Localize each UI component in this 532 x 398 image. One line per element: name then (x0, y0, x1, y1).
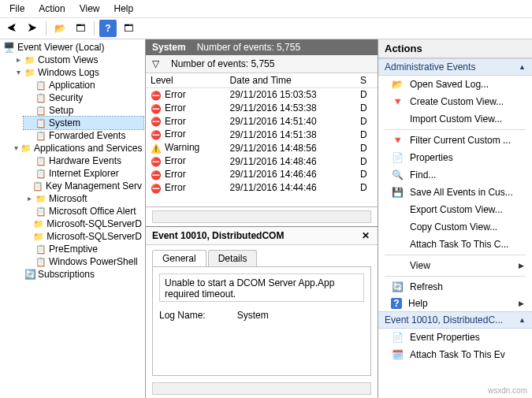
help-icon[interactable]: ? (99, 20, 117, 37)
action-help[interactable]: ?Help▶ (378, 296, 532, 311)
tab-details[interactable]: Details (208, 250, 258, 266)
action-properties[interactable]: 📄Properties (378, 149, 532, 166)
menu-bar: File Action View Help (0, 0, 532, 18)
table-row[interactable]: Warning29/11/2016 14:48:56D (146, 141, 378, 154)
actions-section-event[interactable]: Event 10010, DistributedC...▲ (378, 311, 532, 329)
col-datetime[interactable]: Date and Time (225, 73, 355, 88)
error-icon (151, 169, 162, 180)
detail-tabs: General Details (146, 245, 378, 266)
separator (385, 129, 526, 130)
table-row[interactable]: Error29/11/2016 14:48:46D (146, 154, 378, 168)
collapse-icon[interactable]: ▾ (14, 66, 22, 79)
table-row[interactable]: Error29/11/2016 14:46:46D (146, 168, 378, 181)
error-icon (151, 116, 162, 127)
log-icon (35, 80, 47, 91)
action-event-properties[interactable]: 📄Event Properties (378, 329, 532, 346)
logname-label: Log Name: (159, 310, 206, 321)
table-row[interactable]: Error29/11/2016 14:53:38D (146, 102, 378, 115)
tree-subscriptions[interactable]: 🔄Subscriptions (13, 268, 143, 281)
back-button[interactable]: ⮜ (3, 20, 20, 37)
tree-item-mssql2[interactable]: Microsoft-SQLServerD (24, 230, 143, 243)
collapse-icon[interactable]: ▲ (519, 63, 526, 71)
tree-root[interactable]: 🖥️ Event Viewer (Local) (2, 41, 143, 54)
menu-view[interactable]: View (80, 3, 100, 14)
funnel-icon: 🔻 (391, 134, 404, 147)
actions-title: Actions (378, 39, 532, 58)
tree-log-setup[interactable]: Setup (24, 104, 143, 117)
menu-file[interactable]: File (9, 3, 24, 14)
tree-item-msoffice[interactable]: Microsoft Office Alert (24, 205, 143, 218)
action-import-custom-view[interactable]: Import Custom View... (378, 110, 532, 128)
expand-icon[interactable]: ▸ (25, 192, 33, 205)
action-create-custom-view[interactable]: 🔻Create Custom View... (378, 93, 532, 110)
action-attach-task-event[interactable]: 🗓️Attach Task To This Ev (378, 346, 532, 363)
tree-item-powershell[interactable]: Windows PowerShell (24, 255, 143, 268)
col-level[interactable]: Level (146, 73, 225, 88)
log-icon (35, 206, 47, 217)
tree-item-ie[interactable]: Internet Explorer (24, 167, 143, 180)
action-save-all[interactable]: 💾Save All Events in Cus... (378, 184, 532, 201)
error-icon (151, 103, 162, 114)
collapse-icon[interactable]: ▲ (519, 316, 526, 324)
save-icon: 💾 (391, 186, 404, 199)
table-row[interactable]: Error29/11/2016 14:51:40D (146, 115, 378, 128)
tree-item-mssql1[interactable]: Microsoft-SQLServerD (24, 218, 143, 230)
tree-item-kms[interactable]: Key Management Serv (24, 180, 143, 192)
actions-section-admin-events[interactable]: Administrative Events▲ (378, 58, 532, 76)
event-list-scrollbar[interactable] (152, 210, 371, 223)
action-refresh[interactable]: 🔄Refresh (378, 278, 532, 296)
table-row[interactable]: Error29/11/2016 14:44:46D (146, 181, 378, 195)
blank-icon (391, 238, 404, 251)
table-row[interactable]: Error29/11/2016 14:51:38D (146, 128, 378, 141)
collapse-icon[interactable]: ▾ (14, 142, 18, 154)
tree-log-system[interactable]: System (24, 117, 143, 129)
expand-icon[interactable]: ▸ (14, 54, 22, 66)
tree-log-forwarded[interactable]: Forwarded Events (24, 129, 143, 142)
event-detail-pane: Event 10010, DistributedCOM ✕ General De… (146, 226, 378, 398)
forward-button[interactable]: ⮞ (24, 20, 41, 37)
tree-item-microsoft[interactable]: ▸Microsoft (24, 192, 143, 205)
log-title: System (152, 42, 186, 53)
tree-custom-views[interactable]: ▸Custom Views (13, 54, 143, 66)
folder-icon (33, 218, 44, 229)
funnel-icon: 🔻 (391, 95, 404, 108)
menu-help[interactable]: Help (114, 3, 134, 14)
col-source[interactable]: S (355, 73, 378, 88)
tree-windows-logs[interactable]: ▾Windows Logs (13, 66, 143, 79)
action-filter-current[interactable]: 🔻Filter Current Custom ... (378, 132, 532, 149)
folder-icon (35, 193, 47, 204)
action-export[interactable]: Export Custom View... (378, 201, 532, 218)
action-attach-task[interactable]: Attach Task To This C... (378, 236, 532, 253)
folder-icon (33, 231, 44, 242)
tree-apps-services[interactable]: ▾Applications and Services (13, 142, 143, 154)
error-icon (151, 129, 162, 140)
open-log-icon[interactable]: 📂 (51, 20, 69, 37)
task-icon: 🗓️ (391, 348, 404, 361)
tree-item-hardware[interactable]: Hardware Events (24, 154, 143, 167)
menu-action[interactable]: Action (39, 3, 65, 14)
event-list[interactable]: Level Date and Time S Error29/11/2016 15… (146, 73, 378, 207)
tree-log-security[interactable]: Security (24, 91, 143, 104)
action-copy[interactable]: Copy Custom View... (378, 218, 532, 236)
properties-icon[interactable]: 🗔 (72, 20, 89, 37)
blank-icon (391, 203, 404, 216)
error-icon (151, 90, 162, 101)
log-icon (35, 168, 47, 179)
action-find[interactable]: 🔍Find... (378, 166, 532, 184)
close-icon[interactable]: ✕ (360, 230, 371, 241)
action-view[interactable]: View▶ (378, 257, 532, 274)
detail-scrollbar[interactable] (152, 382, 371, 395)
filter-bar: ▽ Number of events: 5,755 (146, 55, 378, 73)
help-icon: ? (391, 298, 402, 309)
log-icon (35, 130, 47, 141)
properties-icon: 📄 (391, 151, 404, 164)
toolbar-separator (94, 21, 95, 35)
panel-layout-icon[interactable]: 🗔 (120, 20, 137, 37)
logname-value: System (237, 310, 269, 321)
log-icon (35, 155, 47, 166)
tree-item-preemptive[interactable]: PreEmptive (24, 243, 143, 255)
tree-log-application[interactable]: Application (24, 79, 143, 91)
table-row[interactable]: Error29/11/2016 15:03:53D (146, 88, 378, 102)
action-open-saved-log[interactable]: 📂Open Saved Log... (378, 76, 532, 93)
tab-general[interactable]: General (152, 250, 206, 266)
